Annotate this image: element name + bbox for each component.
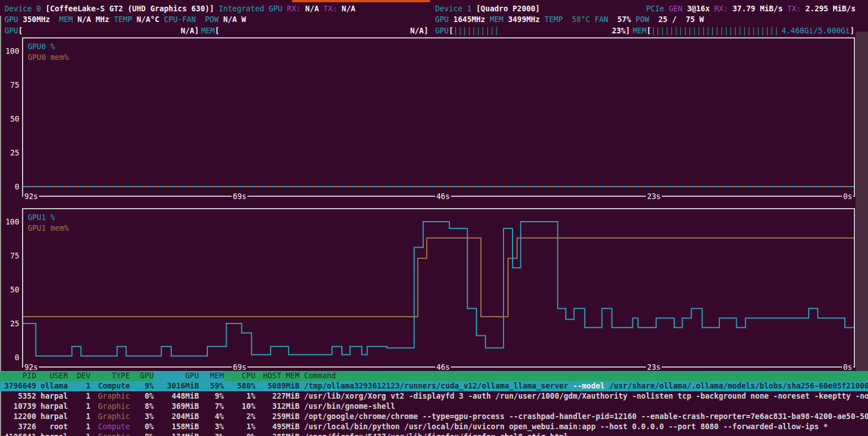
cell-pid: 10739	[0, 402, 36, 412]
cell-mempct: 9%	[199, 391, 224, 402]
bar-fill: N/A	[23, 25, 194, 36]
x-axis-tick: 92s	[23, 192, 39, 201]
process-row[interactable]: 12200harpal1Graphic3%204MiB4%2%259MiB/op…	[0, 412, 868, 422]
column-header-cmd[interactable]: Command	[300, 371, 868, 381]
cell-cpu: 10%	[224, 402, 255, 412]
cell-user: harpal	[36, 391, 68, 402]
cell-dev: 1	[68, 432, 90, 436]
column-header-user[interactable]: USER	[36, 371, 68, 381]
stat-text: 1645MHz	[453, 15, 490, 24]
command-flag: --model	[573, 382, 605, 390]
stat-text: 25 / 75 W	[658, 15, 704, 24]
cell-mempct: 7%	[199, 402, 224, 412]
column-header-cpu[interactable]: CPU	[224, 371, 255, 381]
bar-label: MEM	[201, 25, 215, 36]
cell-user: root	[36, 422, 68, 432]
cell-pid: 3796649	[0, 381, 36, 391]
cell-type: Compute	[90, 422, 130, 432]
cell-pid: 5352	[0, 391, 36, 402]
process-row[interactable]: 5352harpal1Graphic0%448MiB9%1%227MiB/usr…	[0, 391, 868, 402]
cell-mempct: 59%	[199, 381, 224, 391]
y-axis-tick: 25	[0, 319, 19, 329]
column-header-gpu[interactable]: GPU	[130, 371, 154, 381]
gpu0-memory-bar: MEM[N/A]	[201, 25, 428, 36]
stat-text: 58°C	[572, 15, 594, 24]
stat-text: 37.79 MiB/s	[732, 5, 787, 13]
column-header-hostmem[interactable]: HOST MEM	[255, 371, 300, 381]
cell-type: Graphic	[90, 402, 130, 412]
bar-fill: N/A	[219, 25, 424, 36]
command-text: /usr/local/bin/python /usr/local/bin/uvi…	[304, 422, 828, 431]
device1-title: Device 1 [Quadro P2000]	[435, 3, 540, 14]
stat-text: MEM	[490, 15, 508, 24]
cell-cmd: /snap/firefox/5437/usr/lib/firefox/firef…	[300, 432, 868, 436]
column-header-mempct[interactable]: MEM	[199, 371, 224, 381]
cell-dev: 1	[68, 412, 90, 422]
stat-text: 2.295 MiB/s	[805, 5, 856, 13]
stat-text: N/A°C	[137, 15, 164, 24]
plot-area: GPU0 %GPU0 mem%	[22, 37, 855, 197]
stat-text: TEMP	[114, 15, 137, 24]
chart-canvas	[23, 209, 854, 366]
process-row[interactable]: 10739harpal1Graphic8%369MiB7%10%312MiB/u…	[0, 402, 868, 412]
cell-cmd: /usr/bin/gnome-shell	[300, 402, 868, 412]
cell-cpu: 580%	[224, 381, 255, 391]
series-line	[23, 222, 854, 356]
cell-cpu: 0%	[224, 432, 255, 436]
bar-value: N/A	[410, 25, 424, 36]
bracket-open: [	[215, 25, 219, 36]
stat-text: GPU	[435, 15, 453, 24]
cell-user: harpal	[36, 402, 68, 412]
y-axis-tick: 0	[0, 182, 19, 192]
cell-cmd: /tmp/ollama3293612123/runners/cuda_v12/o…	[300, 381, 868, 391]
column-header-gpumem[interactable]: GPU	[154, 371, 199, 381]
stat-text: N/A	[342, 5, 355, 13]
bar-pipes: ||||||||||	[453, 25, 499, 36]
cell-cpu: 1%	[224, 422, 255, 432]
device1-pcie-stats: PCIe GEN 3@16x RX: 37.79 MiB/s TX: 2.295…	[646, 3, 856, 14]
chart-canvas	[23, 38, 854, 196]
cell-type: Graphic	[90, 412, 130, 422]
bar-value: N/A	[181, 25, 194, 36]
cell-hostmem: 312MiB	[255, 402, 300, 412]
bar-value: 23%	[612, 25, 626, 36]
y-axis-tick: 100	[0, 217, 19, 227]
stat-text: POW	[636, 15, 658, 24]
stat-text: [Quadro P2000]	[476, 5, 540, 13]
gpu1-memory-bar: MEM[||||||||||||||||||||||||||||4.468Gi/…	[633, 25, 854, 36]
cell-gpumem: 369MiB	[154, 402, 199, 412]
command-text: /usr/lib/xorg/Xorg vt2 -displayfd 3 -aut…	[304, 392, 868, 400]
bracket-open: [	[449, 25, 453, 36]
cell-gpu: 8%	[130, 402, 154, 412]
process-row[interactable]: 3796649ollama1Compute9%3016MiB59%580%508…	[0, 381, 868, 391]
command-text: /usr/share/ollama/.ollama/models/blobs/s…	[605, 382, 868, 390]
cell-pid: 4106841	[0, 432, 36, 436]
stat-text: GEN	[669, 5, 687, 13]
process-table-header: PIDUSERDEVTYPEGPUGPUMEMCPUHOST MEMComman…	[0, 371, 868, 381]
cell-dev: 1	[68, 381, 90, 391]
stat-text: RX:	[287, 5, 305, 13]
device0-title: Device 0 [CoffeeLake-S GT2 (UHD Graphics…	[5, 3, 355, 14]
cell-gpumem: 158MiB	[154, 422, 199, 432]
cell-dev: 1	[68, 391, 90, 402]
series-line	[23, 238, 854, 317]
process-row[interactable]: 4106841harpal1Graphic0%134MiB3%0%285MiB/…	[0, 432, 868, 436]
bar-pipes: ||||||||||||||||||||||||||||	[651, 25, 779, 36]
cell-hostmem: 259MiB	[255, 412, 300, 422]
column-header-type[interactable]: TYPE	[90, 371, 130, 381]
y-axis-tick: 75	[0, 251, 19, 261]
cell-mempct: 3%	[199, 432, 224, 436]
stat-text: Device 1	[435, 5, 476, 13]
terminal-scrollbar[interactable]	[856, 32, 868, 371]
process-row[interactable]: 3726root1Compute0%158MiB3%1%495MiB/usr/l…	[0, 422, 868, 432]
bracket-open: [	[18, 25, 23, 36]
y-axis-tick: 25	[0, 148, 19, 158]
cell-cmd: /usr/lib/xorg/Xorg vt2 -displayfd 3 -aut…	[300, 391, 868, 402]
column-header-dev[interactable]: DEV	[68, 371, 90, 381]
cell-cmd: /usr/local/bin/python /usr/local/bin/uvi…	[300, 422, 868, 432]
stat-text: PCIe	[646, 5, 669, 13]
cell-pid: 12200	[0, 412, 36, 422]
cell-gpu: 0%	[130, 391, 154, 402]
column-header-pid[interactable]: PID	[0, 371, 36, 381]
gpu0-history-chart: 1007550250GPU0 %GPU0 mem%92s69s46s23s0s	[0, 37, 855, 202]
